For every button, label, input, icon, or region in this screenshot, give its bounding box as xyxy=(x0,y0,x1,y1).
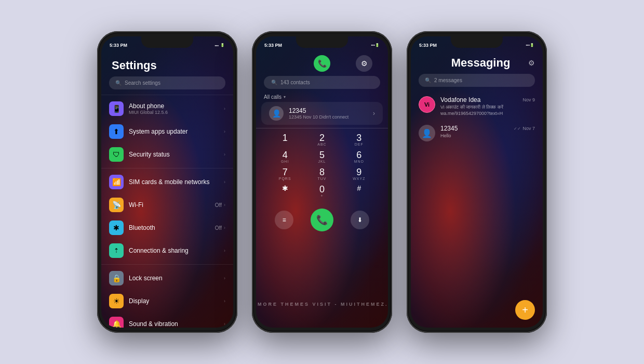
about-phone-label: About phone xyxy=(129,102,219,110)
message-item-vodafone[interactable]: Vi Vodafone Idea Nov 9 Vi अकाउंट की जानक… xyxy=(411,92,543,121)
call-button[interactable]: 📞 xyxy=(311,209,333,231)
numpad-key-star[interactable]: ✱ xyxy=(273,185,298,198)
download-icon-button[interactable]: ⬇ xyxy=(351,211,369,229)
settings-search-bar[interactable]: 🔍 Search settings xyxy=(109,76,225,89)
display-label: Display xyxy=(129,297,219,305)
display-icon: ☀ xyxy=(109,294,124,308)
divider-bot xyxy=(101,264,233,265)
call-list-item[interactable]: 👤 12345 12345 Nov 10 Didn't connect › xyxy=(261,102,383,125)
security-icon: 🛡 xyxy=(109,147,124,162)
numpad-key-6[interactable]: 6MNO xyxy=(346,150,371,163)
bluetooth-value: Off xyxy=(215,225,222,231)
settings-item-security[interactable]: 🛡 Security status › xyxy=(101,143,233,166)
chevron-icon: › xyxy=(224,276,225,281)
wifi-label: Wi-Fi xyxy=(129,201,210,209)
lock-icon: 🔒 xyxy=(109,271,124,285)
all-calls-dropdown[interactable]: ▾ xyxy=(284,95,286,99)
numpad-row-1: 1 2ABC 3DEF xyxy=(266,133,378,146)
bluetooth-label: Bluetooth xyxy=(129,224,210,231)
contact-message-text: Hello xyxy=(440,133,535,139)
security-label: Security status xyxy=(129,151,219,158)
settings-title: Settings xyxy=(101,56,233,76)
phone-dialer: 5:33 PM ▪▪▪🔋 📞 ⚙ 🔍 143 contacts xyxy=(252,31,392,333)
status-icons: ▪▪▪🔋 xyxy=(371,43,380,47)
wifi-value: Off xyxy=(215,202,222,208)
numpad-row-4: ✱ 0+ # xyxy=(266,185,378,198)
messaging-search-placeholder: 2 messages xyxy=(434,77,462,83)
chevron-icon: › xyxy=(224,179,225,185)
phone-messaging: 5:33 PM ▪▪▪🔋 Messaging ⚙ 🔍 2 messages xyxy=(407,31,547,333)
call-number: 12345 xyxy=(289,107,368,114)
sound-icon: 🔔 xyxy=(109,317,124,328)
notch xyxy=(451,36,503,48)
settings-item-about-phone[interactable]: 📱 About phone MIUI Global 12.5.6 › xyxy=(101,97,233,120)
vodafone-sender-name: Vodafone Idea xyxy=(440,96,480,103)
sound-label: Sound & vibration xyxy=(129,320,219,328)
numpad-key-9[interactable]: 9WXYZ xyxy=(346,167,371,180)
status-icons: ▪▪▪🔋 xyxy=(526,43,534,47)
search-icon: 🔍 xyxy=(271,80,277,85)
chevron-icon: › xyxy=(224,248,225,253)
message-item-12345[interactable]: 👤 12345 ✓✓ Nov 7 Hello xyxy=(411,121,543,146)
vodafone-message-text: Vi अकाउंट की जानकारी ले लिक्क करें wa.me… xyxy=(440,105,535,116)
menu-icon-button[interactable]: ≡ xyxy=(275,211,293,229)
contact-date: Nov 7 xyxy=(522,126,535,131)
settings-gear-icon[interactable]: ⚙ xyxy=(528,59,535,67)
dialer-search-bar[interactable]: 🔍 143 contacts xyxy=(264,76,380,89)
divider-top xyxy=(101,95,233,95)
settings-item-sim[interactable]: 📶 SIM cards & mobile networks › xyxy=(101,171,233,193)
status-time: 5:33 PM xyxy=(264,43,282,48)
phone-call-icon[interactable]: 📞 xyxy=(314,55,330,72)
settings-item-sound[interactable]: 🔔 Sound & vibration › xyxy=(101,313,233,328)
connection-icon: ⇡ xyxy=(109,243,124,258)
numpad-key-hash[interactable]: # xyxy=(346,185,371,198)
all-calls-row: All calls ▾ xyxy=(256,92,388,102)
search-icon: 🔍 xyxy=(115,80,122,86)
chevron-icon: › xyxy=(224,321,225,327)
settings-item-connection[interactable]: ⇡ Connection & sharing › xyxy=(101,239,233,262)
settings-item-bluetooth[interactable]: ✱ Bluetooth Off › xyxy=(101,216,233,239)
about-phone-icon: 📱 xyxy=(109,101,124,116)
chevron-icon: › xyxy=(224,225,225,230)
numpad-key-2[interactable]: 2ABC xyxy=(310,133,334,146)
numpad-key-4[interactable]: 4GHI xyxy=(273,150,298,163)
notch xyxy=(141,36,193,48)
settings-item-system-apps[interactable]: ⬆ System apps updater › xyxy=(101,120,233,143)
messaging-search-bar[interactable]: 🔍 2 messages xyxy=(419,74,535,87)
all-calls-label: All calls xyxy=(264,94,281,100)
call-arrow-icon[interactable]: › xyxy=(373,110,375,117)
sim-icon: 📶 xyxy=(109,175,124,189)
contact-sender-name: 12345 xyxy=(440,125,458,132)
dialer-divider xyxy=(256,128,388,128)
settings-item-lock[interactable]: 🔒 Lock screen › xyxy=(101,267,233,290)
phones-container: 5:33 PM ▪▪▪ 🔋 Settings 🔍 Search settings xyxy=(97,31,547,333)
contact-avatar: 👤 xyxy=(419,125,435,141)
numpad-key-5[interactable]: 5JKL xyxy=(310,150,334,163)
status-time: 5:33 PM xyxy=(419,43,437,48)
vodafone-date: Nov 9 xyxy=(522,97,535,102)
settings-item-display[interactable]: ☀ Display › xyxy=(101,290,233,313)
numpad-key-1[interactable]: 1 xyxy=(273,133,298,146)
read-receipt-icon: ✓✓ xyxy=(514,126,521,131)
numpad-row-2: 4GHI 5JKL 6MNO xyxy=(266,150,378,163)
wifi-icon: 📡 xyxy=(109,198,124,212)
numpad-key-8[interactable]: 8TUV xyxy=(310,167,334,180)
about-phone-subtitle: MIUI Global 12.5.6 xyxy=(129,110,219,115)
connection-label: Connection & sharing xyxy=(129,247,219,254)
chevron-icon: › xyxy=(224,202,225,207)
contacts-icon[interactable]: ⚙ xyxy=(356,55,372,72)
messaging-header: Messaging ⚙ xyxy=(411,56,543,74)
phone-settings: 5:33 PM ▪▪▪ 🔋 Settings 🔍 Search settings xyxy=(97,31,237,333)
numpad-key-7[interactable]: 7PQRS xyxy=(273,167,298,180)
status-icons: ▪▪▪ 🔋 xyxy=(215,43,225,47)
lock-label: Lock screen xyxy=(129,275,219,282)
bluetooth-icon: ✱ xyxy=(109,220,124,235)
messaging-title: Messaging xyxy=(451,56,511,70)
chevron-icon: › xyxy=(224,298,225,304)
settings-item-wifi[interactable]: 📡 Wi-Fi Off › xyxy=(101,193,233,216)
dialer-bottom-bar: ≡ 📞 ⬇ xyxy=(256,204,388,234)
numpad-key-3[interactable]: 3DEF xyxy=(346,133,371,146)
numpad: 1 2ABC 3DEF 4GHI 5JKL 6MNO 7PQRS 8TUV xyxy=(256,131,388,204)
compose-message-fab[interactable]: + xyxy=(515,300,535,320)
numpad-key-0[interactable]: 0+ xyxy=(310,185,334,198)
